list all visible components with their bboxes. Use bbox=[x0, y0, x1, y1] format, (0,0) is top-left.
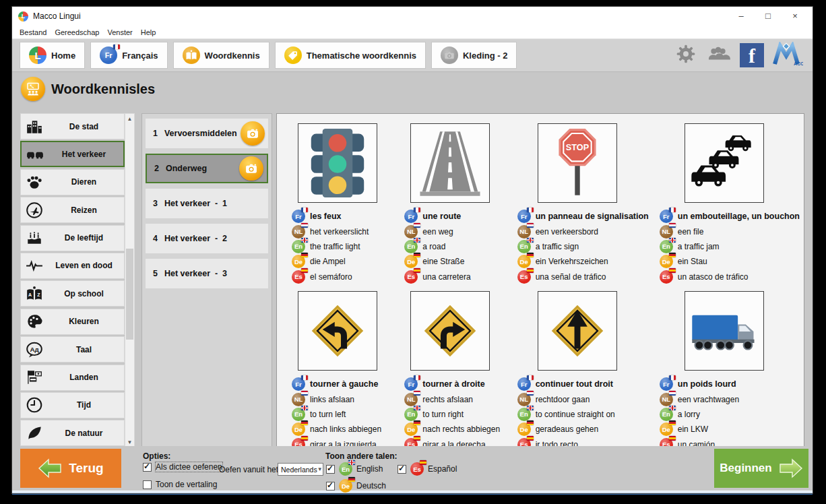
english-checkbox[interactable]: En English bbox=[326, 462, 383, 476]
city-icon bbox=[21, 118, 48, 135]
sidebar-item-op-school[interactable]: AZOp school bbox=[20, 280, 125, 307]
en-mini-flag-icon bbox=[301, 406, 308, 410]
translation-fr: Frtourner à droite bbox=[393, 377, 506, 391]
svg-text:A: A bbox=[28, 292, 32, 297]
dictation-checkbox[interactable]: Als dictee oefenen bbox=[143, 462, 222, 472]
nl-mini-flag-icon bbox=[669, 223, 676, 228]
vocab-cards-panel: Frles feuxNLhet verkeerslichtEnthe traff… bbox=[276, 113, 804, 448]
de-mini-flag-icon bbox=[414, 253, 420, 257]
sidebar-item-kleuren[interactable]: Kleuren bbox=[20, 309, 125, 335]
translation-checkbox[interactable]: Toon de vertaling bbox=[143, 480, 217, 489]
de-mini-flag-icon bbox=[414, 420, 420, 425]
users-icon[interactable] bbox=[705, 43, 732, 67]
camera-icon[interactable] bbox=[239, 156, 263, 181]
start-button[interactable]: Beginnen bbox=[714, 449, 808, 488]
deutsch-checkbox[interactable]: De Deutsch bbox=[326, 479, 386, 493]
vocab-card-traffic-light: Frles feuxNLhet verkeerslichtEnthe traff… bbox=[281, 117, 393, 284]
svg-text:Ад: Ад bbox=[30, 345, 39, 352]
checkbox-icon[interactable] bbox=[143, 480, 152, 489]
translation-es: Esun atasco de tráfico bbox=[649, 270, 800, 284]
lesson-item-vervoersmiddelen[interactable]: 1Vervoersmiddelen bbox=[146, 119, 268, 148]
lesson-item-onderweg[interactable]: 2Onderweg bbox=[146, 154, 268, 183]
lesson-icon bbox=[21, 77, 45, 101]
macco-brand-logo[interactable]: ACCO bbox=[772, 42, 803, 69]
fr-flag-badge: Fr bbox=[404, 377, 418, 391]
espanol-checkbox[interactable]: Es Español bbox=[398, 462, 457, 476]
en-mini-flag-icon bbox=[669, 406, 676, 410]
flags-icon bbox=[21, 369, 48, 386]
translation-en: Ena traffic sign bbox=[507, 239, 649, 254]
tab-thematische-woordkennis[interactable]: Thematische woordkennis bbox=[276, 42, 425, 68]
camera-icon[interactable] bbox=[241, 121, 265, 146]
leaf-icon bbox=[21, 424, 48, 442]
sidebar-item-de-natuur[interactable]: De natuur bbox=[20, 420, 125, 446]
checkbox-icon[interactable] bbox=[326, 465, 335, 474]
back-button[interactable]: Terug bbox=[20, 449, 121, 488]
gear-icon[interactable] bbox=[675, 43, 697, 67]
translation-nl: NLeen vrachtwagen bbox=[649, 391, 800, 406]
de-flag-badge: De bbox=[660, 422, 673, 436]
translation-nl: NLeen file bbox=[649, 224, 800, 239]
translation-de: Deein LKW bbox=[649, 422, 800, 437]
vocab-card-stop-sign: STOPFrun panneau de signalisationNLeen v… bbox=[507, 117, 649, 284]
minimize-button[interactable]: – bbox=[728, 7, 755, 26]
sidebar-scrollbar[interactable]: ▲ ▼ bbox=[125, 113, 135, 448]
stop-sign-image: STOP bbox=[538, 123, 617, 203]
menu-help[interactable]: Help bbox=[137, 28, 160, 36]
de-mini-flag-icon bbox=[669, 253, 676, 257]
lesson-item-het-verkeer-2[interactable]: 4Het verkeer - 2 bbox=[146, 224, 268, 253]
menu-gereedschap[interactable]: Gereedschap bbox=[51, 28, 103, 36]
sidebar-item-reizen[interactable]: Reizen bbox=[20, 197, 125, 223]
sidebar-item-dieren[interactable]: Dieren bbox=[20, 169, 125, 195]
checkbox-icon[interactable] bbox=[326, 482, 335, 491]
tab-home[interactable]: L Home bbox=[20, 42, 84, 68]
maximize-button[interactable]: □ bbox=[755, 7, 782, 26]
menu-venster[interactable]: Venster bbox=[103, 28, 136, 36]
translation-nl: NLlinks afslaan bbox=[281, 391, 393, 406]
es-flag-badge: Es bbox=[410, 462, 424, 476]
close-button[interactable]: × bbox=[782, 7, 808, 26]
translation-en: Ento continue straight on bbox=[507, 407, 649, 422]
menu-bestand[interactable]: Bestand bbox=[15, 28, 51, 36]
sidebar-item-de-stad[interactable]: De stad bbox=[20, 113, 125, 139]
lesson-item-het-verkeer-3[interactable]: 5Het verkeer - 3 bbox=[146, 259, 268, 288]
sidebar-item-de-leeftijd[interactable]: De leeftijd bbox=[20, 225, 125, 251]
translation-de: Denach rechts abbiegen bbox=[393, 422, 506, 437]
tab-bar: L Home Fr Français Woordkennis Thematisc… bbox=[12, 39, 813, 72]
es-flag-badge: Es bbox=[404, 270, 418, 284]
palette-icon bbox=[21, 313, 48, 330]
sidebar-item-taal[interactable]: АдTaal bbox=[20, 336, 125, 363]
de-flag-badge: De bbox=[404, 422, 418, 436]
tab-kleding[interactable]: Kleding - 2 bbox=[432, 42, 516, 68]
facebook-icon[interactable]: f bbox=[740, 43, 764, 67]
source-language-select[interactable]: Nederlands ▼ bbox=[278, 463, 323, 476]
sidebar-item-tijd[interactable]: Tijd bbox=[20, 392, 125, 418]
en-mini-flag-icon bbox=[301, 238, 308, 243]
sidebar-item-het-verkeer[interactable]: Het verkeer bbox=[20, 141, 125, 167]
translation-fr: Frune route bbox=[393, 209, 506, 224]
en-flag-badge: En bbox=[292, 408, 305, 421]
lesson-item-het-verkeer-1[interactable]: 3Het verkeer - 1 bbox=[146, 189, 268, 218]
scrollbar-thumb[interactable] bbox=[126, 249, 133, 340]
nl-mini-flag-icon bbox=[301, 223, 308, 228]
checkbox-icon[interactable] bbox=[143, 463, 152, 472]
sidebar-item-landen[interactable]: Landen bbox=[20, 365, 125, 391]
tab-woordkennis[interactable]: Woordkennis bbox=[174, 42, 269, 68]
de-mini-flag-icon bbox=[527, 253, 534, 257]
nl-mini-flag-icon bbox=[527, 391, 534, 396]
nl-flag-badge: NL bbox=[404, 393, 418, 406]
de-mini-flag-icon bbox=[301, 253, 308, 257]
scroll-up-icon[interactable]: ▲ bbox=[125, 114, 134, 124]
translation-fr: Frun poids lourd bbox=[649, 377, 800, 391]
de-flag-badge: De bbox=[517, 255, 531, 268]
checkbox-icon[interactable] bbox=[398, 465, 406, 474]
sidebar-item-leven-en-dood[interactable]: Leven en dood bbox=[20, 253, 125, 279]
vocab-card-road: Frune routeNLeen wegEna roadDeeine Straß… bbox=[393, 117, 506, 284]
translation-fr: Frun panneau de signalisation bbox=[507, 209, 649, 224]
svg-text:Z: Z bbox=[37, 292, 40, 297]
camera-icon bbox=[441, 46, 458, 64]
tab-francais[interactable]: Fr Français bbox=[91, 42, 166, 68]
fr-flag-badge: Fr bbox=[292, 210, 305, 223]
fr-mini-flag-icon bbox=[414, 375, 420, 380]
translation-nl: NLeen weg bbox=[393, 224, 506, 239]
